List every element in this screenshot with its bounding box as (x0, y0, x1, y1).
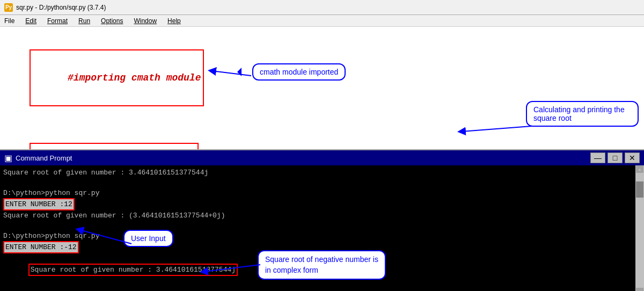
menu-edit[interactable]: Edit (23, 16, 39, 26)
cmd-content: Square root of given number : 3.46410161… (0, 165, 644, 291)
cmd-line-run1: D:\python>python sqr.py (3, 188, 641, 198)
cmd-line-run2: D:\python>python sqr.py (3, 231, 641, 241)
cmd-input2-highlight: ENTER NUMBER :-12 (3, 241, 79, 253)
callout-complex-text: Square root of negative number isin comp… (265, 255, 378, 274)
window-title: sqr.py - D:/python/sqr.py (3.7.4) (16, 4, 106, 11)
cmd-close-button[interactable]: ✕ (625, 152, 640, 163)
cmd-line-0: Square root of given number : 3.46410161… (3, 168, 641, 178)
menu-window[interactable]: Window (131, 16, 159, 26)
callout-cmath: cmath module imported (252, 63, 346, 81)
cmd-title-text: Command Prompt (16, 154, 72, 162)
scrollbar-down[interactable]: ▼ (636, 288, 643, 291)
cmd-icon: ▣ (4, 153, 12, 163)
code-comment-1: #importing cmath module (68, 72, 201, 83)
menu-format[interactable]: Format (45, 16, 70, 26)
cmd-maximize-button[interactable]: □ (608, 152, 623, 163)
callout-squareroot-text: Calculating and printing the square root (533, 105, 625, 122)
scrollbar-up[interactable]: ▲ (636, 165, 643, 173)
menu-help[interactable]: Help (165, 16, 183, 26)
cmd-title-left: ▣ Command Prompt (4, 153, 72, 163)
code-editor: #importing cmath module from cmath impor… (0, 27, 644, 150)
cmd-controls: — □ ✕ (590, 152, 640, 163)
menu-bar: File Edit Format Run Options Window Help (0, 15, 644, 27)
scrollbar[interactable]: ▲ ▼ (635, 165, 644, 291)
cmd-minimize-button[interactable]: — (590, 152, 605, 163)
cmd-line-blank-1 (3, 178, 641, 188)
menu-options[interactable]: Options (99, 16, 125, 26)
scrollbar-thumb[interactable] (636, 181, 643, 198)
cmd-line-blank-2 (3, 221, 641, 231)
menu-run[interactable]: Run (76, 16, 92, 26)
app-icon: Py (4, 3, 13, 12)
callout-complex-form: Square root of negative number isin comp… (258, 250, 386, 280)
cmd-input1-highlight: ENTER NUMBER :12 (3, 198, 75, 210)
title-bar: Py sqr.py - D:/python/sqr.py (3.7.4) (0, 0, 644, 15)
menu-file[interactable]: File (2, 16, 17, 26)
cmd-title-bar: ▣ Command Prompt — □ ✕ (0, 150, 644, 165)
cmd-window: ▣ Command Prompt — □ ✕ Square root of gi… (0, 150, 644, 291)
callout-squareroot: Calculating and printing the square root (526, 101, 639, 127)
callout-user-input: User Input (123, 230, 173, 247)
cmd-line-output1: Square root of given number : (3.4641016… (3, 210, 641, 221)
cmd-line-input1: ENTER NUMBER :12 (3, 198, 641, 210)
code-line-2: from cmath import sqrt (6, 125, 638, 150)
cmd-output2-border: Square root of given number : 3.46410161… (28, 264, 238, 276)
